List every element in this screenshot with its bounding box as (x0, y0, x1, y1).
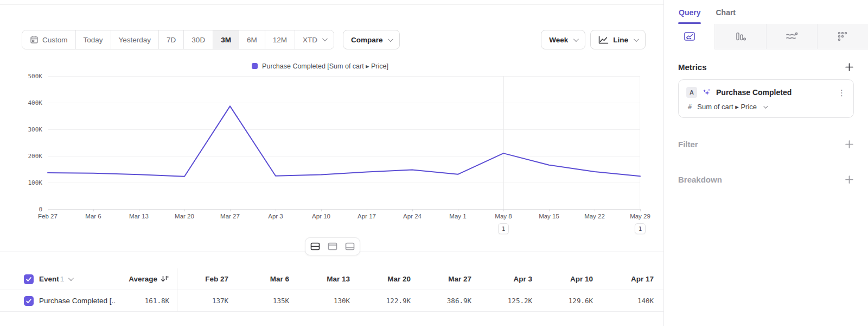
y-axis: 500K400K300K200K100K0 (11, 76, 42, 209)
date-range-yesterday[interactable]: Yesterday (111, 30, 159, 49)
date-range-7d[interactable]: 7D (158, 30, 183, 49)
event-sparkle-icon (702, 88, 711, 97)
x-axis-label: May 15 (526, 213, 572, 220)
average-header-label: Average (129, 275, 157, 283)
layout-table-only-button[interactable] (341, 239, 359, 254)
insights-line-icon (684, 31, 695, 42)
chart-type-tab-retention[interactable] (817, 24, 868, 49)
x-tick (321, 209, 322, 211)
date-range-label: 12M (273, 36, 287, 44)
date-range-3m[interactable]: 3M (213, 30, 239, 49)
filter-section: Filter (664, 140, 868, 149)
chevron-down-icon (68, 275, 74, 281)
x-axis-label: May 22 (572, 213, 617, 220)
x-axis-label: Mar 6 (71, 213, 116, 220)
metric-letter-badge: A (686, 87, 697, 98)
y-axis-label: 500K (11, 73, 42, 80)
layout-chart-only-icon (328, 242, 337, 250)
chart-type-tab-flows[interactable] (766, 24, 817, 49)
y-axis-label: 100K (11, 179, 42, 186)
annotation-badge[interactable]: 1 (635, 223, 646, 234)
x-tick (184, 209, 185, 211)
metric-menu-button[interactable]: ⋮ (838, 89, 846, 97)
sort-descending-icon[interactable] (161, 275, 169, 283)
row-average-value: 161.8K (145, 297, 169, 305)
date-range-12m[interactable]: 12M (265, 30, 295, 49)
add-filter-button[interactable] (845, 140, 854, 149)
row-value-cell: 122.9K (360, 290, 420, 311)
row-value-cell: 129.6K (542, 290, 603, 311)
chart-legend[interactable]: Purchase Completed [Sum of cart ▸ Price] (0, 62, 640, 70)
date-column-header: Mar 27 (420, 268, 481, 290)
date-range-group: CustomTodayYesterday7D30D3M6M12MXTD (22, 30, 334, 49)
date-range-xtd[interactable]: XTD (295, 30, 334, 49)
date-column-header: Apr 10 (542, 268, 603, 290)
compare-button[interactable]: Compare (343, 30, 400, 49)
chart-type-tab-insights-line[interactable] (664, 24, 714, 49)
x-axis-label: Apr 17 (344, 213, 390, 220)
table-row[interactable]: Purchase Completed [... 161.8K 137K135K1… (0, 290, 663, 312)
date-range-6m[interactable]: 6M (239, 30, 265, 49)
x-tick (549, 209, 550, 211)
date-range-custom[interactable]: Custom (22, 30, 75, 49)
layout-chart-only-button[interactable] (324, 239, 341, 254)
date-column-header: Mar 20 (360, 268, 420, 290)
row-value-cell: 135K (238, 290, 299, 311)
breakdown-heading: Breakdown (678, 175, 722, 184)
x-tick (458, 209, 458, 211)
legend-label: Purchase Completed [Sum of cart ▸ Price] (262, 62, 388, 70)
row-event-name: Purchase Completed [... (39, 297, 116, 305)
x-axis-label: Apr 3 (253, 213, 298, 220)
row-checkbox[interactable] (24, 296, 34, 306)
legend-swatch (252, 63, 258, 69)
chart-type-tab-bars[interactable] (714, 24, 765, 49)
date-range-label: Today (84, 36, 103, 44)
add-breakdown-button[interactable] (845, 175, 854, 184)
layout-split-view-button[interactable] (307, 239, 324, 254)
aggregation-selector[interactable]: # Sum of cart ▸ Price (686, 103, 846, 111)
x-axis-label: May 29 (617, 213, 663, 220)
row-value-cell: 130K (299, 290, 360, 311)
filter-heading: Filter (678, 140, 698, 149)
x-tick (139, 209, 139, 211)
select-all-checkbox[interactable] (24, 274, 34, 284)
x-axis-label: Mar 13 (116, 213, 162, 220)
average-header-cell[interactable]: Average (116, 268, 177, 290)
retention-icon (837, 31, 848, 42)
x-tick (595, 209, 595, 211)
date-column-header: Apr 17 (603, 268, 663, 290)
x-tick (640, 209, 641, 211)
event-header-cell[interactable]: Event1 (0, 268, 116, 290)
line-chart-icon (598, 36, 609, 44)
chevron-down-icon (388, 36, 393, 42)
x-axis-label: May 1 (435, 213, 481, 220)
chevron-down-icon (322, 36, 328, 41)
metric-card[interactable]: A Purchase Completed ⋮ # Sum of cart ▸ P… (678, 79, 854, 118)
x-axis-label: Apr 10 (298, 213, 344, 220)
add-metric-button[interactable] (845, 62, 854, 72)
metric-name: Purchase Completed (716, 88, 833, 97)
tab-chart[interactable]: Chart (715, 7, 736, 24)
table-body: Purchase Completed [... 161.8K 137K135K1… (0, 290, 663, 312)
bars-icon (735, 31, 746, 42)
row-value-cell: 137K (177, 290, 238, 311)
breakdown-table: Event1 Average Feb 27Mar 6Mar 13Mar 20Ma… (0, 268, 663, 312)
sidebar-tabs: Query Chart (664, 0, 868, 24)
annotation-badge[interactable]: 1 (498, 223, 509, 234)
x-axis-label: Feb 27 (25, 213, 71, 220)
granularity-button[interactable]: Week (541, 30, 585, 49)
tab-query[interactable]: Query (678, 7, 701, 24)
query-sidebar: Query Chart Metrics A Purchase Completed… (663, 0, 868, 326)
granularity-label: Week (549, 36, 568, 44)
chart-type-button[interactable]: Line (590, 30, 646, 49)
date-range-30d[interactable]: 30D (183, 30, 213, 49)
main-panel: CustomTodayYesterday7D30D3M6M12MXTD Comp… (0, 0, 663, 326)
row-value-cell: 386.9K (420, 290, 481, 311)
date-column-header: Mar 6 (238, 268, 299, 290)
date-range-today[interactable]: Today (75, 30, 111, 49)
y-axis-label: 300K (11, 126, 42, 133)
chevron-down-icon (634, 36, 639, 42)
row-value-cell: 140K (603, 290, 663, 311)
top-divider (0, 4, 663, 5)
chevron-down-icon (573, 36, 579, 42)
